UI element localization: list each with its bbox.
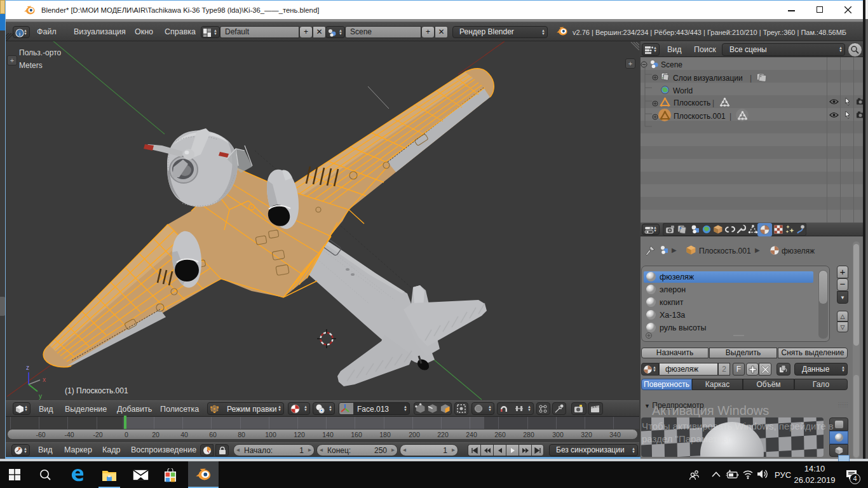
- svg-text:x: x: [43, 376, 46, 383]
- svg-text:y: y: [39, 393, 42, 400]
- svg-text:z: z: [26, 364, 29, 371]
